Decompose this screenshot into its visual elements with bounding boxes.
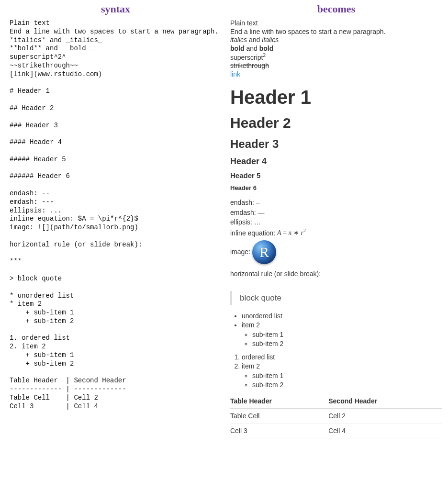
eq-eq: = (281, 229, 289, 236)
blockquote: block quote (230, 291, 442, 305)
italics-1: italics (230, 36, 247, 44)
endash-label: endash: (230, 199, 256, 206)
link-line: link (230, 70, 442, 79)
table-header: Second Header (328, 394, 442, 409)
list-item-label: item 2 (242, 362, 260, 370)
bold-line: bold and bold (230, 45, 442, 53)
list-item: item 2 sub-item 1 sub-item 2 (242, 321, 442, 348)
table-header-row: Table Header Second Header (230, 394, 442, 409)
and-text-1: and (247, 36, 262, 44)
plain-line-2: End a line with two spaces to start a ne… (230, 28, 442, 36)
table-row: Cell 3 Cell 4 (230, 424, 442, 438)
italics-2: italics (262, 36, 279, 44)
ellipsis-char: … (254, 218, 261, 226)
unordered-list: unordered list item 2 sub-item 1 sub-ite… (242, 312, 442, 348)
superscript-word: superscript (230, 54, 263, 61)
eq-pow: 2 (303, 228, 306, 234)
dash-block: endash: – emdash: — ellipsis: … inline e… (230, 199, 442, 264)
list-item: sub-item 1 (252, 331, 442, 339)
rendered-plain-text: Plain text End a line with two spaces to… (230, 19, 442, 78)
emdash-char: — (258, 209, 265, 216)
superscript-line: superscript2 (230, 53, 442, 62)
table-cell: Table Cell (230, 409, 328, 424)
list-item: ordered list (242, 353, 442, 362)
list-item: sub-item 2 (252, 381, 442, 390)
table-cell: Cell 2 (328, 409, 442, 424)
rendered-table: Table Header Second Header Table Cell Ce… (230, 394, 442, 439)
superscript-value: 2 (263, 53, 266, 58)
image-line: image: R (230, 240, 442, 264)
italics-line: italics and italics (230, 36, 442, 45)
table-row: Table Cell Cell 2 (230, 409, 442, 424)
strike-text: strikethrough (230, 62, 269, 69)
rendered-h1: Header 1 (230, 85, 442, 109)
r-logo-letter: R (259, 243, 269, 261)
and-text-2: and (245, 45, 259, 52)
r-logo-icon: R (252, 240, 276, 264)
ellipsis-label: ellipsis: (230, 218, 254, 226)
emdash-line: emdash: — (230, 209, 442, 217)
equation-line: inline equation: A = π ∗ r2 (230, 228, 442, 237)
bold-1: bold (230, 45, 245, 52)
emdash-label: emdash: (230, 209, 258, 216)
eq-pi: π (289, 229, 292, 236)
becomes-title: becomes (230, 0, 442, 19)
horizontal-rule (230, 285, 442, 285)
list-item: sub-item 2 (252, 340, 442, 348)
list-item: sub-item 1 (252, 372, 442, 380)
rendered-link[interactable]: link (230, 70, 240, 78)
rendered-h5: Header 5 (230, 171, 442, 180)
ellipsis-line: ellipsis: … (230, 218, 442, 227)
eq-A: A (277, 229, 281, 236)
eq-star: ∗ (292, 229, 301, 236)
syntax-column: syntax Plain text End a line with two sp… (0, 0, 226, 491)
sub-list: sub-item 1 sub-item 2 (252, 331, 442, 348)
table-cell: Cell 4 (328, 424, 442, 438)
list-item-label: item 2 (242, 321, 260, 329)
endash-line: endash: – (230, 199, 442, 207)
rendered-h3: Header 3 (230, 137, 442, 151)
ordered-list: ordered list item 2 sub-item 1 sub-item … (242, 353, 442, 390)
rendered-h6: Header 6 (230, 184, 442, 192)
syntax-code-block: Plain text End a line with two spaces to… (10, 19, 222, 411)
list-item: unordered list (242, 312, 442, 321)
sub-list: sub-item 1 sub-item 2 (252, 372, 442, 390)
rendered-column: becomes Plain text End a line with two s… (226, 0, 448, 491)
bold-2: bold (259, 45, 274, 52)
rendered-h4: Header 4 (230, 156, 442, 167)
strike-line: strikethrough (230, 62, 442, 70)
plain-line-1: Plain text (230, 19, 442, 28)
syntax-title: syntax (10, 0, 222, 19)
table-cell: Cell 3 (230, 424, 328, 438)
endash-char: – (256, 199, 260, 206)
list-item: item 2 sub-item 1 sub-item 2 (242, 362, 442, 390)
eq-label: inline equation: (230, 229, 277, 236)
table-header: Table Header (230, 394, 328, 409)
hr-label: horizontal rule (or slide break): (230, 270, 442, 279)
rendered-h2: Header 2 (230, 114, 442, 132)
image-label: image: (230, 248, 250, 257)
